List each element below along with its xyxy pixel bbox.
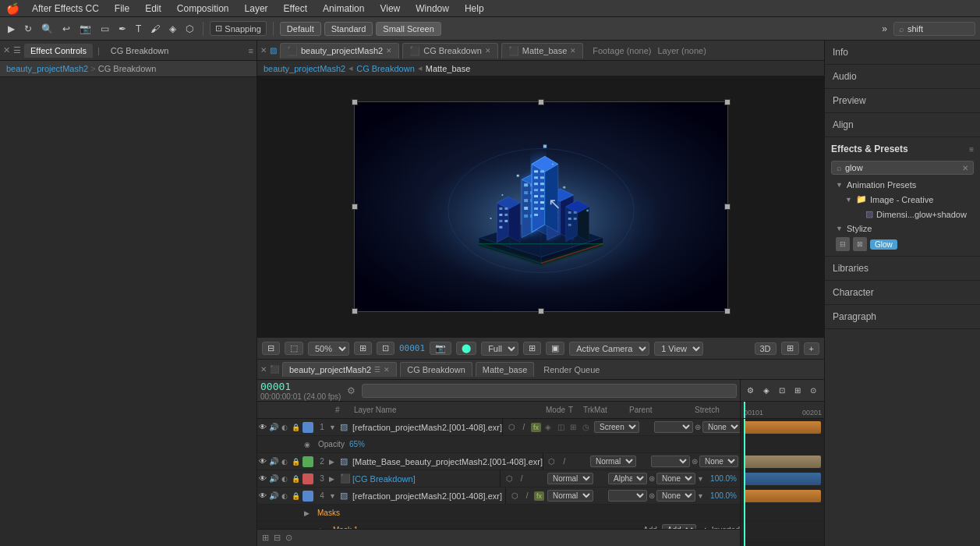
- glow-badge[interactable]: Glow: [870, 239, 897, 250]
- vc-fast-draft-btn[interactable]: ⊞: [523, 342, 541, 355]
- vc-pixel-btn[interactable]: ⊡: [377, 342, 394, 355]
- handle-bot-left[interactable]: [352, 308, 358, 314]
- vc-region-btn[interactable]: ▣: [546, 342, 564, 355]
- layer-4-lock[interactable]: 🔒: [290, 492, 301, 500]
- timeline-timecode[interactable]: 00001: [260, 381, 341, 392]
- left-panel-close[interactable]: ✕: [3, 45, 10, 55]
- track-bar-4[interactable]: [744, 490, 821, 502]
- vc-camera-icon-btn[interactable]: 📷: [430, 342, 451, 355]
- panel-align[interactable]: Align: [825, 113, 980, 137]
- layer-1-mode[interactable]: Screen: [594, 421, 639, 433]
- layer-1-sw1[interactable]: ⬡: [506, 423, 517, 431]
- layer-row-4[interactable]: 👁 🔊 ◐ 🔒 4 ▼ ▨ [refraction_projectMash2.[…: [257, 488, 740, 505]
- tool-zoom[interactable]: 🔍: [38, 22, 56, 36]
- layer-2-expand[interactable]: ▶: [329, 458, 338, 466]
- layer-4-expand[interactable]: ▼: [329, 492, 338, 500]
- layer-1-sw5[interactable]: ⊞: [568, 423, 578, 431]
- tl-tool-3[interactable]: ⊡: [776, 385, 788, 396]
- global-search-input[interactable]: [907, 24, 970, 34]
- layer-row-3[interactable]: 👁 🔊 ◐ 🔒 3 ▶ ⬛ [CG Breakdown]: [257, 470, 740, 488]
- tl-render-queue[interactable]: Render Queue: [537, 363, 606, 377]
- tool-camera[interactable]: 📷: [76, 22, 94, 36]
- tl-tab-beauty[interactable]: beauty_projectMash2 ☰ ✕: [282, 362, 397, 377]
- panel-character[interactable]: Character: [825, 281, 980, 305]
- layer-2-vis[interactable]: 👁: [257, 457, 268, 466]
- tl-settings-icon[interactable]: ⚙: [347, 385, 356, 396]
- layer-1-solo[interactable]: ◐: [279, 424, 290, 431]
- tool-pen[interactable]: ✒: [115, 22, 129, 36]
- handle-bot-center[interactable]: [538, 308, 544, 314]
- ep-animation-presets[interactable]: ▼ Animation Presets: [831, 178, 974, 192]
- vc-ruler-btn[interactable]: ⊞: [781, 342, 799, 355]
- layer-2-name[interactable]: [Matte_Base_beauty_projectMash2.[001-408…: [352, 457, 543, 466]
- layer-2-parent-icon[interactable]: ⊛: [692, 457, 698, 466]
- toolbar-expand[interactable]: »: [879, 22, 890, 36]
- ep-image-creative[interactable]: ▼ 📁 Image - Creative: [831, 192, 974, 207]
- layer-3-lock[interactable]: 🔒: [290, 475, 301, 483]
- vc-view-btn[interactable]: ⬚: [285, 342, 303, 355]
- layer-2-sw2[interactable]: /: [559, 457, 570, 466]
- composition-viewer[interactable]: ↖: [257, 76, 824, 337]
- layer-1-sw4[interactable]: ◫: [555, 423, 566, 431]
- stylize-icon-1[interactable]: ⊟: [836, 237, 850, 251]
- panel-info[interactable]: Info: [825, 41, 980, 65]
- comp-tab-close-1[interactable]: ✕: [260, 46, 267, 55]
- layer-1-parent-icon[interactable]: ⊛: [695, 423, 701, 431]
- layer-1-opacity-val[interactable]: 65%: [349, 440, 365, 448]
- tl-tool-2[interactable]: ◈: [760, 385, 773, 396]
- tl-tool-5[interactable]: ⊙: [807, 385, 819, 396]
- layer-1-audio[interactable]: 🔊: [268, 423, 279, 431]
- ep-options-icon[interactable]: ≡: [969, 145, 974, 154]
- layer-1-sw2[interactable]: /: [518, 423, 529, 431]
- menu-effect[interactable]: Effect: [281, 3, 310, 14]
- tl-tab-cg[interactable]: CG Breakdown: [400, 362, 472, 377]
- panel-paragraph[interactable]: Paragraph: [825, 305, 980, 329]
- tl-tab-beauty-close[interactable]: ✕: [384, 366, 390, 374]
- layer-4-name[interactable]: [refraction_projectMash2.[001-408].exr]: [352, 491, 505, 501]
- track-bar-2[interactable]: [744, 456, 821, 468]
- comp-tab-beauty-close[interactable]: ✕: [386, 47, 392, 55]
- tool-brush[interactable]: 🖌: [147, 22, 163, 36]
- handle-mid-left[interactable]: [352, 204, 358, 210]
- menu-animation[interactable]: Animation: [320, 3, 367, 14]
- left-panel-menu[interactable]: ☰: [13, 45, 21, 55]
- tool-undo[interactable]: ↩: [59, 22, 73, 36]
- handle-top-center[interactable]: [538, 99, 544, 105]
- handle-mid-right[interactable]: [724, 204, 731, 210]
- tl-bottom-btn2[interactable]: ⊟: [274, 533, 281, 543]
- tool-puppet[interactable]: ⬡: [182, 22, 196, 36]
- comp-tab-cg[interactable]: ⬛ CG Breakdown ✕: [402, 43, 498, 58]
- workspace-standard[interactable]: Standard: [324, 22, 373, 36]
- layer-4-audio[interactable]: 🔊: [268, 491, 279, 500]
- ap-expand-arrow[interactable]: ▼: [836, 181, 844, 189]
- playhead[interactable]: [744, 402, 745, 418]
- timebar[interactable]: 00101 00201 00301 0040: [741, 402, 824, 419]
- track-2[interactable]: [741, 453, 824, 470]
- tab-label-cg[interactable]: CG Breakdown: [104, 44, 175, 58]
- layer-1-sw6[interactable]: ◷: [580, 423, 591, 431]
- tool-text[interactable]: T: [133, 22, 144, 36]
- comp-tab-matte-close[interactable]: ✕: [570, 47, 576, 55]
- menu-composition[interactable]: Composition: [174, 3, 232, 14]
- layer-2-lock[interactable]: 🔒: [290, 458, 301, 466]
- layer-2-audio[interactable]: 🔊: [268, 457, 279, 466]
- tl-bottom-btn1[interactable]: ⊞: [262, 533, 269, 543]
- layer-2-solo[interactable]: ◐: [279, 458, 290, 466]
- layer-1-name[interactable]: [refraction_projectMash2.[001-408].exr]: [352, 423, 502, 432]
- vc-3d-btn[interactable]: 3D: [755, 342, 777, 355]
- ep-glow-shadow[interactable]: ▨ Dimensi...glow+shadow: [831, 207, 974, 222]
- timeline-search-input[interactable]: [362, 384, 737, 398]
- tl-tool-1[interactable]: ⚙: [744, 385, 757, 396]
- tl-tab-beauty-icon[interactable]: ☰: [374, 366, 380, 374]
- layer-4-solo[interactable]: ◐: [279, 492, 290, 500]
- vc-zoom-select[interactable]: 50%: [308, 342, 349, 356]
- menu-window[interactable]: Window: [412, 3, 452, 14]
- layer-1-trkmat[interactable]: [654, 421, 693, 433]
- vc-fit-btn[interactable]: ⊞: [354, 342, 372, 355]
- tab-effect-controls[interactable]: Effect Controls: [24, 44, 93, 58]
- ep-search-input[interactable]: [845, 163, 959, 172]
- menu-layer[interactable]: Layer: [242, 3, 271, 14]
- track-bar-1[interactable]: [744, 421, 821, 434]
- layer-4-trkmat[interactable]: [608, 490, 647, 502]
- panel-audio[interactable]: Audio: [825, 65, 980, 89]
